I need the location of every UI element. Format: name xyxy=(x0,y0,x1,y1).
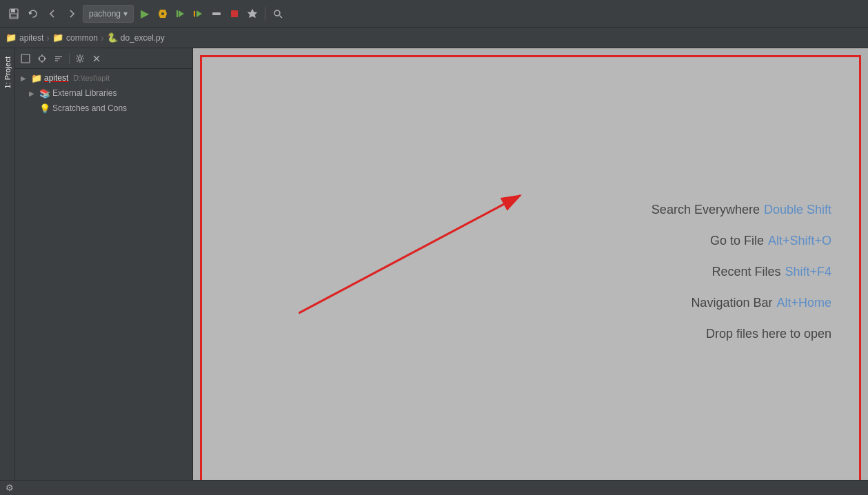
svg-rect-6 xyxy=(176,10,178,17)
svg-rect-2 xyxy=(10,14,17,17)
project-panel-toolbar xyxy=(15,48,192,69)
svg-point-10 xyxy=(274,10,280,16)
shortcut-text-nav: Navigation Bar xyxy=(691,296,772,310)
project-panel: ▶ 📁 apitest D:\test\apit ▶ 📚 External Li… xyxy=(15,48,193,495)
toggle-breakpoint-icon[interactable] xyxy=(208,6,225,22)
tree-label-scratches: Scratches and Cons xyxy=(52,103,127,113)
svg-marker-5 xyxy=(179,10,184,17)
svg-rect-9 xyxy=(231,10,238,17)
svg-line-11 xyxy=(280,15,283,18)
svg-rect-8 xyxy=(212,12,221,15)
breadcrumb-common[interactable]: 📁 common xyxy=(52,32,98,43)
svg-marker-7 xyxy=(196,10,202,17)
build-icon[interactable] xyxy=(244,6,261,22)
reload-icon[interactable] xyxy=(25,6,41,22)
folder-icon: 📁 xyxy=(6,32,17,43)
shortcut-row-nav: Navigation Bar Alt+Home xyxy=(691,296,831,310)
toolbar-sep-1 xyxy=(265,7,265,21)
tree-label-apitest: apitest xyxy=(44,73,68,83)
run-with-coverage-icon[interactable] xyxy=(172,6,189,22)
run-config-dropdown[interactable]: pachong ▾ xyxy=(83,5,134,23)
svg-line-25 xyxy=(299,196,520,314)
tree-item-apitest[interactable]: ▶ 📁 apitest D:\test\apit xyxy=(15,70,192,85)
tree-label-libs: External Libraries xyxy=(52,88,117,98)
breadcrumb-sep-1: › xyxy=(46,32,50,43)
editor-area: Search Everywhere Double Shift Go to Fil… xyxy=(193,48,868,495)
run-icons-group: ▶ xyxy=(137,6,261,22)
shortcut-row-search: Search Everywhere Double Shift xyxy=(652,203,831,217)
breadcrumb-sep-2: › xyxy=(101,32,104,43)
stop-icon[interactable] xyxy=(226,6,243,22)
profile-icon[interactable] xyxy=(190,6,207,22)
back-icon[interactable] xyxy=(44,6,61,22)
panel-sep xyxy=(69,53,70,64)
shortcut-text-goto: Go to File xyxy=(710,234,764,248)
forward-icon[interactable] xyxy=(63,6,80,22)
shortcut-row-goto: Go to File Alt+Shift+O xyxy=(710,234,831,248)
shortcut-key-goto: Alt+Shift+O xyxy=(768,234,831,248)
svg-point-4 xyxy=(161,12,164,15)
svg-rect-12 xyxy=(21,54,30,63)
vertical-sidebar: 1: Project xyxy=(0,48,15,495)
python-file-icon: 🐍 xyxy=(107,32,118,43)
shortcut-text-drop: Drop files here to open xyxy=(706,327,831,341)
svg-rect-1 xyxy=(11,9,15,12)
top-toolbar: pachong ▾ ▶ xyxy=(0,0,868,28)
shortcut-row-drop: Drop files here to open xyxy=(706,327,831,341)
run-button[interactable]: ▶ xyxy=(137,6,153,22)
breadcrumb-file[interactable]: 🐍 do_excel.py xyxy=(107,32,165,43)
status-settings-icon[interactable]: ⚙ xyxy=(6,483,14,493)
panel-close-icon[interactable] xyxy=(89,51,104,66)
panel-gear-icon[interactable] xyxy=(72,51,88,66)
debug-icon[interactable] xyxy=(154,6,171,22)
tree-arrow-libs: ▶ xyxy=(29,90,37,97)
shortcut-row-recent: Recent Files Shift+F4 xyxy=(711,265,831,279)
shortcut-text-recent: Recent Files xyxy=(711,265,780,279)
search-icon[interactable] xyxy=(270,6,286,22)
tree-item-scratches[interactable]: 💡 Scratches and Cons xyxy=(15,101,192,116)
status-bar: ⚙ xyxy=(0,480,868,495)
svg-point-21 xyxy=(79,57,82,60)
folder-icon-2: 📁 xyxy=(52,32,63,43)
shortcut-key-nav: Alt+Home xyxy=(776,296,831,310)
panel-sort-icon[interactable] xyxy=(51,51,66,66)
main-layout: 1: Project xyxy=(0,48,868,495)
svg-point-13 xyxy=(39,56,45,61)
scratches-icon: 💡 xyxy=(39,103,50,114)
shortcut-text-search: Search Everywhere xyxy=(652,203,760,217)
tree-arrow-apitest: ▶ xyxy=(21,74,29,82)
folder-icon-libs: 📚 xyxy=(39,88,50,99)
tree-path-apitest: D:\test\apit xyxy=(73,74,110,82)
save-icon[interactable] xyxy=(6,6,22,22)
breadcrumb-apitest[interactable]: 📁 apitest xyxy=(6,32,43,43)
editor-placeholder: Search Everywhere Double Shift Go to Fil… xyxy=(200,55,861,488)
tree-item-external-libs[interactable]: ▶ 📚 External Libraries xyxy=(15,85,192,101)
panel-square-icon[interactable] xyxy=(18,51,33,66)
project-tree: ▶ 📁 apitest D:\test\apit ▶ 📚 External Li… xyxy=(15,69,192,489)
breadcrumb: 📁 apitest › 📁 common › 🐍 do_excel.py xyxy=(0,28,868,48)
shortcut-key-recent: Shift+F4 xyxy=(785,265,831,279)
folder-icon-apitest: 📁 xyxy=(31,73,42,83)
panel-crosshair-icon[interactable] xyxy=(34,51,50,66)
project-tab[interactable]: 1: Project xyxy=(1,51,14,94)
shortcut-key-search: Double Shift xyxy=(764,203,831,217)
